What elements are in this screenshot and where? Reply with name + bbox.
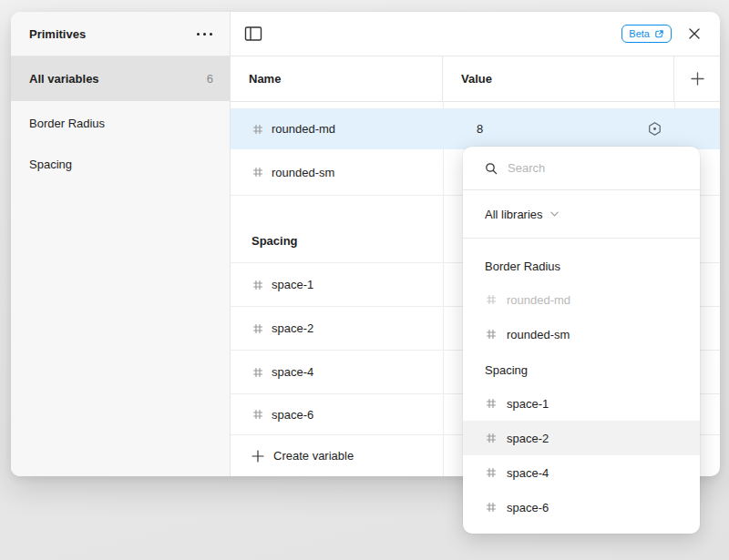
create-variable-label: Create variable <box>273 449 354 463</box>
plus-icon <box>252 450 264 463</box>
picker-item-label: rounded-sm <box>507 328 570 341</box>
variable-picker-popover: All libraries Border Radius rounded-md r… <box>463 147 700 534</box>
number-variable-icon <box>252 166 264 178</box>
picker-search-input[interactable] <box>508 161 687 175</box>
external-link-icon <box>654 29 664 39</box>
variable-value: 8 <box>477 122 483 136</box>
picker-search-row <box>463 147 700 190</box>
close-button[interactable] <box>686 25 703 42</box>
picker-item-rounded-sm[interactable]: rounded-sm <box>463 317 700 351</box>
number-variable-icon <box>252 408 264 421</box>
number-variable-icon <box>485 293 498 306</box>
number-variable-icon <box>252 322 264 335</box>
variable-name-cell[interactable]: space-6 <box>231 408 443 422</box>
variable-name-cell[interactable]: rounded-sm <box>231 166 443 179</box>
number-variable-icon <box>485 397 498 410</box>
chevron-down-icon <box>550 211 559 217</box>
variable-name: space-4 <box>272 365 313 379</box>
variable-name: rounded-md <box>272 122 335 136</box>
beta-badge[interactable]: Beta <box>621 25 672 43</box>
hexagon-dot-icon <box>647 121 662 137</box>
collection-menu-button[interactable] <box>195 29 214 39</box>
number-variable-icon <box>485 466 498 479</box>
sidebar-item-spacing[interactable]: Spacing <box>11 146 230 182</box>
sidebar-layout-icon <box>244 25 262 42</box>
variable-name: space-2 <box>272 321 313 335</box>
picker-section-title: Border Radius <box>463 242 700 282</box>
apply-variable-button[interactable] <box>647 121 662 137</box>
collection-title: Primitives <box>29 27 86 41</box>
variable-name-cell[interactable]: rounded-md <box>231 122 443 136</box>
plus-icon <box>691 72 704 86</box>
table-header: Name Value <box>231 56 720 102</box>
collections-sidebar: Primitives All variables 6 Border Radius… <box>11 12 231 476</box>
add-variable-button[interactable] <box>674 56 720 101</box>
variable-count-badge: 6 <box>207 72 213 86</box>
close-icon <box>688 27 701 40</box>
variable-name-cell[interactable]: space-1 <box>231 278 443 291</box>
panel-topbar: Beta <box>231 12 720 56</box>
sidebar-item-label: Border Radius <box>29 117 105 130</box>
picker-item-label: space-4 <box>507 466 549 480</box>
variable-name: space-6 <box>272 408 313 422</box>
sidebar-item-border-radius[interactable]: Border Radius <box>11 101 230 146</box>
picker-item-label: space-6 <box>507 501 549 514</box>
library-filter-value: All libraries <box>485 208 543 221</box>
sidebar-item-label: Spacing <box>29 158 72 171</box>
picker-item-label: rounded-md <box>507 293 570 307</box>
number-variable-icon <box>485 328 498 341</box>
table-row[interactable]: rounded-md 8 <box>231 108 720 149</box>
picker-item-space-2[interactable]: space-2 <box>463 421 700 455</box>
picker-item-label: space-2 <box>507 432 549 445</box>
picker-item-rounded-md: rounded-md <box>463 282 700 317</box>
sidebar-item-all-variables[interactable]: All variables 6 <box>11 56 230 101</box>
variable-name-cell[interactable]: space-4 <box>231 365 443 379</box>
beta-label: Beta <box>629 28 650 39</box>
picker-item-label: space-1 <box>507 397 549 411</box>
group-title: Spacing <box>252 234 298 248</box>
variable-name: space-1 <box>272 278 313 291</box>
number-variable-icon <box>252 279 264 291</box>
column-header-name: Name <box>231 56 443 101</box>
number-variable-icon <box>485 432 498 444</box>
picker-item-space-6[interactable]: space-6 <box>463 490 700 524</box>
number-variable-icon <box>252 123 264 136</box>
toggle-sidebar-button[interactable] <box>244 25 262 42</box>
picker-results-list: Border Radius rounded-md rounded-sm Spac… <box>463 239 700 534</box>
sidebar-header: Primitives <box>11 12 230 56</box>
picker-section-title: Spacing <box>463 351 700 386</box>
variable-name: rounded-sm <box>272 166 334 179</box>
picker-item-space-1[interactable]: space-1 <box>463 386 700 421</box>
variable-name-cell[interactable]: space-2 <box>231 321 443 335</box>
picker-item-space-4[interactable]: space-4 <box>463 455 700 490</box>
number-variable-icon <box>485 501 498 514</box>
column-header-value: Value <box>443 56 674 101</box>
sidebar-item-label: All variables <box>29 72 99 86</box>
number-variable-icon <box>252 366 264 379</box>
variable-value-cell[interactable]: 8 <box>443 108 674 149</box>
library-filter-dropdown[interactable]: All libraries <box>463 190 700 239</box>
search-icon <box>485 162 498 175</box>
